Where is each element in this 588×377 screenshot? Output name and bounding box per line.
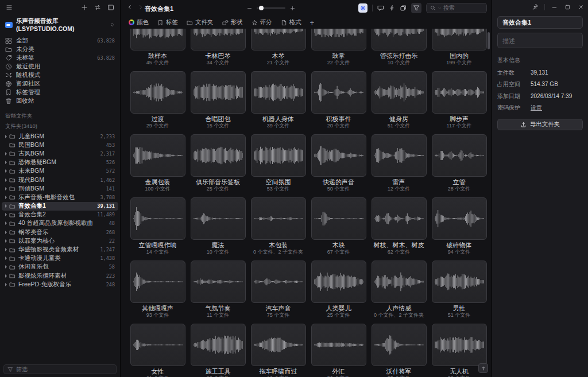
audio-folder-card[interactable]: 木块67 个文件 xyxy=(308,197,369,255)
folder-tree-item[interactable]: 刑侦BGM141 xyxy=(2,184,118,193)
audio-folder-card[interactable]: 沃什将军55 个文件 xyxy=(369,324,429,377)
sidebar-item[interactable]: 标签管理 xyxy=(0,88,120,96)
audio-folder-card[interactable]: 人声情感0 个文件、2 子文件夹 xyxy=(369,261,429,318)
waveform-thumbnail[interactable] xyxy=(130,134,185,177)
waveform-thumbnail[interactable] xyxy=(191,134,246,177)
expand-arrow-icon[interactable] xyxy=(5,265,7,269)
pin-window-icon[interactable] xyxy=(531,3,539,11)
expand-arrow-icon[interactable] xyxy=(5,178,7,182)
waveform-thumbnail[interactable] xyxy=(311,134,366,177)
smart-folders-section[interactable]: 智能文件夹 xyxy=(0,112,120,120)
waveform-thumbnail[interactable] xyxy=(372,324,427,366)
waveform-thumbnail[interactable] xyxy=(251,134,306,177)
audio-folder-card[interactable]: 机器人身体39 个文件 xyxy=(248,71,308,129)
sidebar-item[interactable]: 最近使用 xyxy=(0,62,120,71)
audio-folder-card[interactable]: 立管嘎嘎作响14 个文件 xyxy=(127,197,188,255)
waveform-thumbnail[interactable] xyxy=(130,29,185,50)
expand-arrow-icon[interactable] xyxy=(5,256,7,260)
expand-arrow-icon[interactable] xyxy=(5,221,7,225)
add-library-button[interactable] xyxy=(80,3,88,11)
waveform-thumbnail[interactable] xyxy=(191,29,246,50)
audio-folder-card[interactable]: 木包装0 个文件、2 子文件夹 xyxy=(248,197,308,255)
folder-tree-item[interactable]: 未来BGM572 xyxy=(2,167,118,176)
audio-folder-card[interactable]: 魔法10 个文件 xyxy=(188,197,248,255)
waveform-thumbnail[interactable] xyxy=(251,197,306,240)
export-folder-button[interactable]: 导出文件夹 xyxy=(497,119,583,130)
waveform-thumbnail[interactable] xyxy=(311,261,366,303)
waveform-thumbnail[interactable] xyxy=(130,71,185,114)
audio-folder-card[interactable]: 破碎物体94 个文件 xyxy=(429,197,489,255)
waveform-thumbnail[interactable] xyxy=(432,71,487,114)
waveform-thumbnail[interactable] xyxy=(191,197,246,240)
field-value[interactable]: 设置 xyxy=(531,104,542,111)
expand-arrow-icon[interactable] xyxy=(5,161,7,164)
expand-arrow-icon[interactable] xyxy=(5,231,7,234)
audio-folder-card[interactable]: 卡林巴琴34 个文件 xyxy=(188,29,248,66)
expand-arrow-icon[interactable] xyxy=(5,213,7,216)
vertical-scrollbar[interactable] xyxy=(488,32,490,49)
waveform-thumbnail[interactable] xyxy=(432,197,487,240)
folder-tree-item[interactable]: 钢琴类音乐268 xyxy=(2,228,118,236)
waveform-thumbnail[interactable] xyxy=(372,71,427,114)
folder-tree-item[interactable]: 音效合集211,489 xyxy=(2,211,118,219)
waveform-thumbnail[interactable] xyxy=(191,261,246,303)
waveform-thumbnail[interactable] xyxy=(372,134,427,177)
sidebar-item[interactable]: 未分类 xyxy=(0,45,120,53)
folders-section[interactable]: 文件夹(3410) xyxy=(0,123,120,130)
waveform-thumbnail[interactable] xyxy=(311,324,366,366)
folder-tree-item[interactable]: 卡通动漫儿童类1,438 xyxy=(2,254,118,263)
waveform-thumbnail[interactable] xyxy=(432,324,487,366)
zoom-in-icon[interactable] xyxy=(290,6,295,11)
expand-arrow-icon[interactable] xyxy=(5,274,7,278)
slider-track[interactable] xyxy=(257,7,285,9)
audio-folder-card[interactable]: 俱乐部音乐签板25 个文件 xyxy=(188,134,248,192)
thumbnail-zoom-slider[interactable] xyxy=(247,0,295,16)
ai-assistant-button[interactable] xyxy=(358,3,368,13)
close-button[interactable] xyxy=(577,3,585,11)
audio-folder-card[interactable]: 树枝、树木、树皮62 个文件 xyxy=(369,197,429,255)
switch-library-icon[interactable] xyxy=(94,3,102,11)
waveform-thumbnail[interactable] xyxy=(251,324,306,366)
audio-folder-card[interactable]: 脚步声117 个文件 xyxy=(429,71,489,129)
waveform-thumbnail[interactable] xyxy=(311,71,366,114)
zoom-out-icon[interactable] xyxy=(247,6,252,11)
folder-tree-item[interactable]: FreePD-免版权音乐248 xyxy=(2,280,118,289)
folder-tree-item[interactable]: 以罪案为核心22 xyxy=(2,236,118,245)
folder-tree-item[interactable]: 休闲音乐包58 xyxy=(2,263,118,271)
maximize-button[interactable] xyxy=(563,3,571,11)
folder-tree-item[interactable]: 音效合集139,131 xyxy=(2,202,118,211)
sidebar-item[interactable]: 全部63,828 xyxy=(0,36,120,45)
waveform-thumbnail[interactable] xyxy=(191,324,246,366)
audio-folder-card[interactable]: 鼓掌22 个文件 xyxy=(308,29,369,66)
audio-folder-card[interactable]: 积极事件20 个文件 xyxy=(308,71,369,129)
filter-chip-file[interactable]: 格式 xyxy=(281,18,301,26)
expand-arrow-icon[interactable] xyxy=(5,152,7,156)
folder-tree-item[interactable]: 影视炫乐循环素材223 xyxy=(2,271,118,280)
audio-folder-card[interactable]: 拖车呼啸而过16 个文件 xyxy=(248,324,308,377)
audio-folder-card[interactable]: 健身房51 个文件 xyxy=(369,71,429,129)
filter-chip-bookmark[interactable]: 标签 xyxy=(157,18,178,26)
expand-arrow-icon[interactable] xyxy=(5,283,7,286)
waveform-thumbnail[interactable] xyxy=(130,197,185,240)
expand-arrow-icon[interactable] xyxy=(5,248,7,251)
audio-folder-card[interactable]: 快递的声音50 个文件 xyxy=(308,134,369,192)
library-switcher[interactable]: 乐声音频音效库 (LSYPSTUDIO.COM) xyxy=(0,15,120,36)
expand-arrow-icon[interactable] xyxy=(5,239,7,243)
waveform-thumbnail[interactable] xyxy=(432,29,487,50)
expand-arrow-icon[interactable] xyxy=(5,204,7,208)
waveform-thumbnail[interactable] xyxy=(251,71,306,114)
audio-folder-card[interactable]: 雷声12 个文件 xyxy=(369,134,429,192)
sidebar-filter-input[interactable]: 筛选 xyxy=(3,364,117,374)
waveform-thumbnail[interactable] xyxy=(251,29,306,50)
toggle-sidebar-icon[interactable] xyxy=(107,3,115,11)
duplicate-icon[interactable] xyxy=(400,5,407,11)
minimize-button[interactable] xyxy=(550,3,558,11)
search-scope-chevron-icon[interactable] xyxy=(438,6,442,10)
audio-folder-card[interactable]: 施工工具86 个文件 xyxy=(188,324,248,377)
audio-folder-card[interactable]: 金属包装100 个文件 xyxy=(127,134,188,192)
filter-chip-folder[interactable]: 文件夹 xyxy=(187,18,214,26)
audio-folder-card[interactable]: 空间氛围53 个文件 xyxy=(248,134,308,192)
audio-folder-card[interactable]: 其他嘎嘎声93 个文件 xyxy=(127,261,188,318)
filter-funnel-icon[interactable] xyxy=(411,3,421,13)
folder-tree-item[interactable]: 民国BGM453 xyxy=(2,141,118,149)
